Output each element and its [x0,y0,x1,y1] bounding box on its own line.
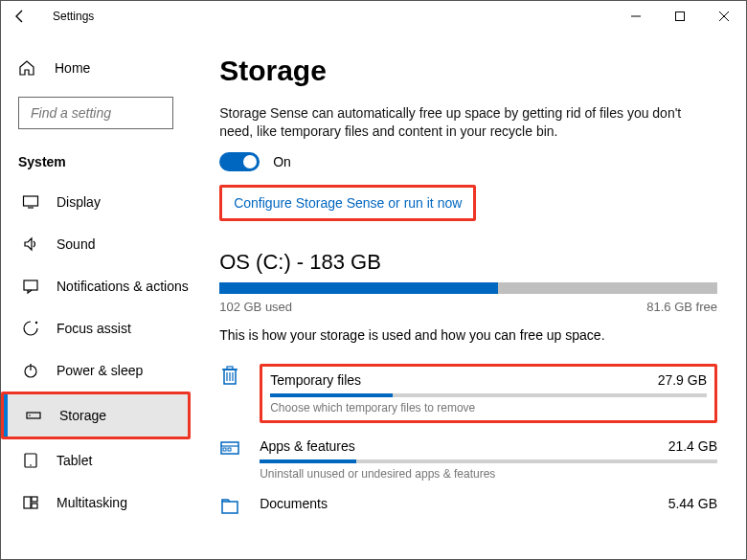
trash-icon [219,364,248,387]
sidebar-item-notifications[interactable]: Notifications & actions [1,265,191,307]
svg-rect-29 [222,502,238,513]
svg-rect-6 [24,196,38,206]
multitasking-icon [22,494,43,511]
storage-sense-toggle-label: On [273,154,291,169]
sidebar-item-label: Storage [59,408,106,423]
storage-sense-description: Storage Sense can automatically free up … [219,104,717,141]
category-name: Apps & features [260,438,355,454]
sidebar-item-display[interactable]: Display [1,181,191,223]
titlebar: Settings [1,1,746,32]
sidebar-item-multitasking[interactable]: Multitasking [1,482,191,524]
disk-free-label: 81.6 GB free [646,300,717,314]
display-icon [22,193,43,211]
sidebar-item-label: Sound [57,236,95,252]
close-button[interactable] [702,1,746,32]
sidebar-menu: Display Sound Notifications & actions [1,181,191,524]
sidebar-item-label: Multitasking [57,495,127,510]
svg-rect-17 [32,497,37,502]
settings-window: Settings Home [0,0,747,560]
group-header-system: System [1,143,191,177]
focus-icon [22,320,43,337]
category-size: 21.4 GB [668,438,717,454]
sidebar-item-label: Power & sleep [57,363,143,378]
sidebar-item-label: Display [57,194,101,210]
sound-icon [22,235,43,253]
back-button[interactable] [12,9,35,24]
svg-point-9 [35,322,37,324]
category-documents[interactable]: Documents 5.44 GB [219,488,717,525]
page-title: Storage [219,55,717,87]
home-label: Home [55,60,90,76]
notifications-icon [22,278,43,295]
svg-rect-18 [32,504,37,508]
category-sub: Choose which temporary files to remove [270,401,707,414]
page-content: Storage Storage Sense can automatically … [191,32,746,559]
apps-icon [219,438,248,459]
category-temporary-files[interactable]: Temporary files 27.9 GB Choose which tem… [219,356,717,431]
category-size: 5.44 GB [668,496,717,511]
sidebar-item-label: Tablet [57,453,92,468]
svg-rect-27 [223,448,226,451]
search-box[interactable] [18,97,173,129]
tablet-icon [22,452,43,469]
svg-rect-8 [24,280,37,290]
sidebar-item-power-sleep[interactable]: Power & sleep [1,349,191,392]
sidebar-item-focus-assist[interactable]: Focus assist [1,307,191,349]
usage-description: This is how your storage is used and how… [219,327,717,343]
home-icon [18,59,37,77]
disk-used-label: 102 GB used [219,300,292,314]
svg-rect-16 [24,497,31,508]
power-icon [22,362,43,379]
svg-rect-1 [676,12,685,21]
sidebar: Home System Display [1,32,191,559]
category-name: Documents [260,496,328,511]
home-nav[interactable]: Home [1,49,191,87]
maximize-button[interactable] [658,1,702,32]
svg-rect-12 [27,413,40,418]
svg-point-13 [29,414,31,416]
svg-point-15 [30,464,32,466]
storage-icon [25,407,46,424]
category-size: 27.9 GB [658,372,707,388]
minimize-button[interactable] [614,1,658,32]
sidebar-item-storage[interactable]: Storage [4,394,188,437]
category-apps-features[interactable]: Apps & features 21.4 GB Uninstall unused… [219,431,717,488]
storage-sense-toggle[interactable] [219,152,260,171]
category-name: Temporary files [270,372,361,388]
configure-storage-sense-link[interactable]: Configure Storage Sense or run it now [234,195,462,211]
window-title: Settings [53,10,94,23]
sidebar-item-tablet[interactable]: Tablet [1,439,191,482]
disk-title: OS (C:) - 183 GB [219,250,717,275]
svg-rect-24 [227,367,233,370]
svg-rect-28 [228,448,231,451]
disk-usage-bar [219,282,717,294]
documents-icon [219,496,248,517]
sidebar-item-label: Notifications & actions [57,279,189,294]
sidebar-item-sound[interactable]: Sound [1,223,191,265]
search-input[interactable] [29,104,191,122]
sidebar-item-label: Focus assist [57,321,131,336]
category-sub: Uninstall unused or undesired apps & fea… [260,467,717,481]
